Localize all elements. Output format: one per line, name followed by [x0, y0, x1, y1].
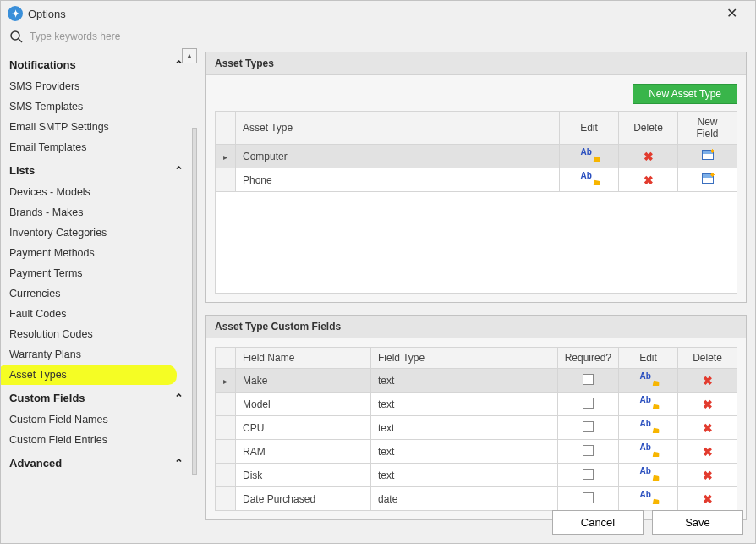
sidebar-item-payment-methods[interactable]: Payment Methods	[9, 243, 189, 263]
sidebar-item-payment-terms[interactable]: Payment Terms	[9, 263, 189, 283]
sidebar-item-devices---models[interactable]: Devices - Models	[9, 182, 189, 202]
sidebar-item-email-smtp-settings[interactable]: Email SMTP Settings	[9, 117, 189, 137]
content-area: Asset Types New Asset Type Asset Type Ed…	[197, 52, 755, 535]
table-row[interactable]: Disktext✖	[216, 464, 737, 487]
delete-icon: ✖	[703, 421, 713, 435]
checkbox-icon	[583, 492, 594, 503]
group-header-notifications[interactable]: Notifications⌃	[9, 52, 189, 76]
group-header-custom-fields[interactable]: Custom Fields⌃	[9, 385, 189, 409]
sidebar-item-sms-templates[interactable]: SMS Templates	[9, 96, 189, 117]
table-row[interactable]: Maketext✖	[216, 369, 737, 393]
table-row[interactable]: RAMtext✖	[216, 440, 737, 464]
delete-cell[interactable]: ✖	[678, 369, 737, 393]
sidebar-item-brands---makes[interactable]: Brands - Makes	[9, 202, 189, 223]
col-edit2[interactable]: Edit	[619, 348, 678, 369]
edit-cell[interactable]	[619, 464, 678, 487]
delete-icon: ✖	[703, 469, 713, 482]
col-edit[interactable]: Edit	[560, 112, 619, 145]
checkbox-icon	[583, 398, 594, 409]
delete-cell[interactable]: ✖	[678, 393, 737, 416]
row-indicator	[216, 440, 236, 464]
row-indicator	[216, 369, 236, 393]
table-row[interactable]: Phone✖	[216, 168, 737, 192]
col-asset-type[interactable]: Asset Type	[236, 112, 560, 145]
sidebar-item-custom-field-names[interactable]: Custom Field Names	[9, 409, 189, 430]
sidebar-item-warranty-plans[interactable]: Warranty Plans	[9, 344, 189, 365]
search-bar	[1, 26, 755, 52]
chevron-up-icon: ⌃	[174, 457, 184, 470]
edit-icon	[642, 444, 655, 456]
minimize-icon	[693, 14, 702, 14]
edit-cell[interactable]	[619, 393, 678, 416]
col-delete[interactable]: Delete	[619, 112, 678, 145]
edit-cell[interactable]	[619, 440, 678, 464]
group-label: Notifications	[9, 58, 76, 71]
required-cell[interactable]	[557, 369, 618, 393]
close-icon: ✕	[726, 7, 737, 20]
field-name-cell: Disk	[236, 464, 371, 487]
sidebar-item-email-templates[interactable]: Email Templates	[9, 137, 189, 157]
cancel-button[interactable]: Cancel	[552, 510, 644, 535]
save-button[interactable]: Save	[652, 510, 743, 535]
edit-icon	[642, 492, 655, 503]
delete-icon: ✖	[703, 374, 713, 387]
sidebar-item-custom-field-entries[interactable]: Custom Field Entries	[9, 430, 189, 450]
col-delete2[interactable]: Delete	[678, 348, 737, 369]
edit-icon	[583, 173, 596, 184]
sidebar-item-inventory-categories[interactable]: Inventory Categories	[9, 223, 189, 243]
delete-cell[interactable]: ✖	[619, 168, 678, 192]
delete-icon: ✖	[703, 445, 713, 459]
edit-cell[interactable]	[619, 416, 678, 440]
sidebar-item-currencies[interactable]: Currencies	[9, 283, 189, 304]
sidebar-item-fault-codes[interactable]: Fault Codes	[9, 304, 189, 324]
edit-cell[interactable]	[560, 145, 619, 168]
new-asset-type-button[interactable]: New Asset Type	[633, 84, 737, 104]
col-required[interactable]: Required?	[557, 348, 618, 369]
delete-cell[interactable]: ✖	[678, 487, 737, 511]
required-cell[interactable]	[557, 464, 618, 487]
custom-fields-table: Field Name Field Type Required? Edit Del…	[215, 347, 737, 511]
minimize-button[interactable]	[681, 1, 715, 26]
required-cell[interactable]	[557, 440, 618, 464]
svg-point-0	[11, 31, 19, 40]
required-cell[interactable]	[557, 487, 618, 511]
sidebar-scrollbar[interactable]	[192, 128, 197, 475]
group-header-lists[interactable]: Lists⌃	[9, 157, 189, 182]
chevron-up-icon: ⌃	[174, 58, 184, 71]
edit-cell[interactable]	[619, 369, 678, 393]
delete-cell[interactable]: ✖	[678, 464, 737, 487]
group-label: Custom Fields	[9, 392, 85, 404]
col-field-name[interactable]: Field Name	[236, 348, 371, 369]
table-row[interactable]: Date Purchaseddate✖	[216, 487, 737, 511]
sidebar-item-asset-types[interactable]: Asset Types	[9, 365, 189, 385]
svg-line-1	[19, 39, 22, 42]
newfield-cell[interactable]	[678, 145, 737, 168]
col-field-type[interactable]: Field Type	[371, 348, 558, 369]
delete-icon: ✖	[644, 173, 654, 187]
field-name-cell: Date Purchased	[236, 487, 371, 511]
table-row[interactable]: Computer✖	[216, 145, 737, 168]
custom-fields-title: Asset Type Custom Fields	[206, 316, 746, 338]
edit-cell[interactable]	[619, 487, 678, 511]
table-row[interactable]: Modeltext✖	[216, 393, 737, 416]
chevron-up-icon: ⌃	[174, 164, 184, 177]
row-indicator	[216, 416, 236, 440]
delete-cell[interactable]: ✖	[678, 416, 737, 440]
newfield-cell[interactable]	[678, 168, 737, 192]
required-cell[interactable]	[557, 393, 618, 416]
sidebar-item-resolution-codes[interactable]: Resolution Codes	[9, 324, 189, 344]
custom-fields-panel: Asset Type Custom Fields Field Name Fiel…	[205, 315, 747, 520]
checkbox-icon	[583, 445, 594, 456]
group-header-advanced[interactable]: Advanced⌃	[9, 450, 189, 475]
col-newfield[interactable]: New Field	[678, 112, 737, 145]
checkbox-icon	[583, 469, 594, 480]
search-input[interactable]	[30, 30, 182, 42]
table-row[interactable]: CPUtext✖	[216, 416, 737, 440]
required-cell[interactable]	[557, 416, 618, 440]
edit-cell[interactable]	[560, 168, 619, 192]
delete-cell[interactable]: ✖	[619, 145, 678, 168]
delete-cell[interactable]: ✖	[678, 440, 737, 464]
delete-icon: ✖	[703, 492, 713, 506]
close-button[interactable]: ✕	[715, 1, 748, 26]
sidebar-item-sms-providers[interactable]: SMS Providers	[9, 76, 189, 96]
